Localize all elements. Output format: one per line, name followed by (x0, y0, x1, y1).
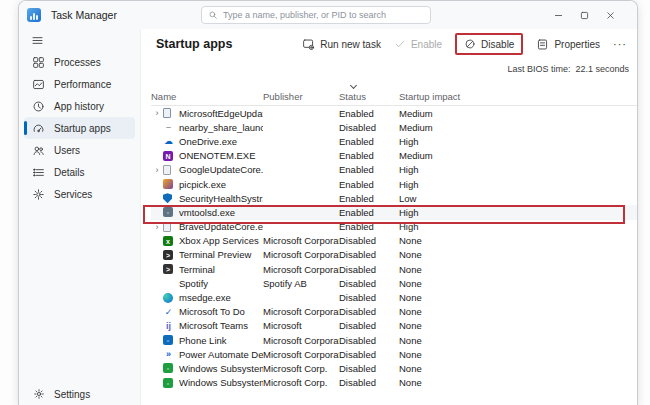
sidebar-item-users[interactable]: Users (24, 139, 135, 161)
column-header-publisher[interactable]: Publisher (263, 91, 339, 102)
cell-name: SecurityHealthSystray.exe (179, 193, 263, 204)
cell-name: Spotify (179, 278, 263, 289)
cell-startup-impact: None (399, 306, 481, 317)
onenote-icon: N (163, 151, 173, 161)
cell-status: Enabled (339, 207, 399, 218)
xbox-icon: x (163, 236, 173, 246)
task-manager-window: Task Manager Processes Performance App h… (18, 0, 638, 405)
sidebar-item-label: Services (54, 189, 92, 200)
edge-update-icon (163, 108, 171, 118)
table-row[interactable]: msedge.exe Disabled None (151, 290, 637, 304)
column-header-name[interactable]: Name (151, 91, 263, 102)
cell-name: Microsoft Teams (179, 320, 263, 331)
cell-status: Disabled (339, 235, 399, 246)
table-row[interactable]: ▫ Windows Subsystem for A... Microsoft C… (151, 376, 637, 390)
table-row[interactable]: picpick.exe Enabled High (151, 177, 637, 191)
table-row[interactable]: ✓ Microsoft To Do Microsoft Corporation … (151, 305, 637, 319)
sidebar-item-app-history[interactable]: App history (24, 95, 135, 117)
services-icon (32, 188, 45, 201)
table-row[interactable]: > Terminal Preview Microsoft Corporation… (151, 248, 637, 262)
security-health-icon (163, 193, 172, 203)
table-row[interactable]: x Xbox App Services Microsoft Corporatio… (151, 234, 637, 248)
cell-publisher: Microsoft Corporation (263, 249, 339, 260)
wsa-icon: ▫ (163, 378, 173, 388)
enable-button[interactable]: Enable (394, 38, 442, 50)
sidebar-item-startup-apps[interactable]: Startup apps (24, 117, 135, 139)
disable-button[interactable]: Disable (455, 33, 523, 55)
cell-startup-impact: Medium (399, 122, 481, 133)
table-row[interactable]: – nearby_share_launcher.exe Disabled Med… (151, 120, 637, 134)
cell-publisher: Microsoft Corp. (263, 363, 339, 374)
cell-status: Disabled (339, 122, 399, 133)
navigation-menu-button[interactable] (19, 29, 140, 51)
cell-startup-impact: Medium (399, 108, 481, 119)
check-icon (394, 38, 406, 50)
todo-icon: ✓ (163, 306, 174, 317)
search-input[interactable] (223, 10, 424, 20)
table-row[interactable]: > Terminal Microsoft Corporation Disable… (151, 262, 637, 276)
table-row[interactable]: › MicrosoftEdgeUpdateCore... Enabled Med… (151, 106, 637, 120)
cell-name: Windows Subsystem for A... (179, 363, 263, 374)
gear-icon (32, 388, 45, 401)
close-button[interactable] (597, 4, 623, 26)
sidebar-item-settings[interactable]: Settings (24, 382, 135, 405)
edge-icon (163, 293, 173, 303)
cell-publisher: Microsoft Corporation (263, 264, 339, 275)
table-row[interactable]: » Power Automate Desktop Microsoft Corpo… (151, 347, 637, 361)
properties-button[interactable]: Properties (536, 38, 600, 51)
column-header-status[interactable]: Status (339, 91, 399, 102)
sidebar-item-processes[interactable]: Processes (24, 51, 135, 73)
cell-publisher: Microsoft Corporation (263, 349, 339, 360)
sidebar-item-services[interactable]: Services (24, 183, 135, 205)
vmware-tools-icon: ▫ (163, 207, 173, 217)
terminal-icon: > (163, 264, 173, 274)
task-manager-app-icon (27, 8, 41, 22)
search-icon (208, 10, 218, 20)
cell-publisher: Spotify AB (263, 278, 339, 289)
table-row[interactable]: Spotify Spotify AB Disabled None (151, 276, 637, 290)
cell-status: Disabled (339, 249, 399, 260)
block-icon (464, 38, 476, 50)
sidebar-item-label: Settings (54, 389, 90, 400)
cell-status: Enabled (339, 164, 399, 175)
sidebar-item-details[interactable]: Details (24, 161, 135, 183)
search-box[interactable] (201, 6, 431, 24)
table-row[interactable]: ▫ Phone Link Microsoft Corporation Disab… (151, 333, 637, 347)
brave-update-icon (163, 222, 171, 232)
hamburger-icon (31, 34, 44, 47)
expand-chevron-icon[interactable]: › (151, 222, 163, 232)
sidebar-nav: Processes Performance App history Startu… (19, 51, 140, 205)
table-row[interactable]: SecurityHealthSystray.exe Enabled Low (151, 191, 637, 205)
properties-icon (536, 38, 549, 51)
cell-name: Power Automate Desktop (179, 349, 263, 360)
expand-chevron-icon[interactable]: › (151, 165, 163, 175)
cell-startup-impact: None (399, 292, 481, 303)
column-header-startup-impact[interactable]: Startup impact (399, 91, 481, 102)
table-row[interactable]: › BraveUpdateCore.exe (5) Enabled High (151, 220, 637, 234)
cell-status: Disabled (339, 264, 399, 275)
cell-publisher: Microsoft Corporation (263, 335, 339, 346)
table-row[interactable]: ▫ Windows Subsystem for A... Microsoft C… (151, 361, 637, 375)
sidebar-item-label: Performance (54, 79, 111, 90)
table-row[interactable]: N ONENOTEM.EXE Enabled Medium (151, 149, 637, 163)
cell-status: Disabled (339, 349, 399, 360)
table-row[interactable]: › GoogleUpdateCore.exe (5) Enabled High (151, 163, 637, 177)
cell-name: Phone Link (179, 335, 263, 346)
phone-link-icon: ▫ (163, 335, 173, 345)
sidebar-item-performance[interactable]: Performance (24, 73, 135, 95)
table-row[interactable]: ☁ OneDrive.exe Enabled High (151, 134, 637, 148)
users-icon (32, 144, 45, 157)
cell-status: Enabled (339, 108, 399, 119)
minimize-button[interactable] (545, 4, 571, 26)
run-new-task-icon (302, 38, 315, 51)
run-new-task-button[interactable]: Run new task (302, 38, 381, 51)
table-row[interactable]: ij Microsoft Teams Microsoft Disabled No… (151, 319, 637, 333)
cell-name: Xbox App Services (179, 235, 263, 246)
table-row[interactable]: ▫ vmtoolsd.exe Enabled High (151, 205, 637, 219)
maximize-button[interactable] (571, 4, 597, 26)
startup-apps-table: Name Publisher Status Startup impact › M… (141, 87, 637, 390)
cell-status: Disabled (339, 320, 399, 331)
cell-startup-impact: Medium (399, 150, 481, 161)
expand-chevron-icon[interactable]: › (151, 108, 163, 118)
more-options-button[interactable]: ··· (613, 38, 627, 50)
